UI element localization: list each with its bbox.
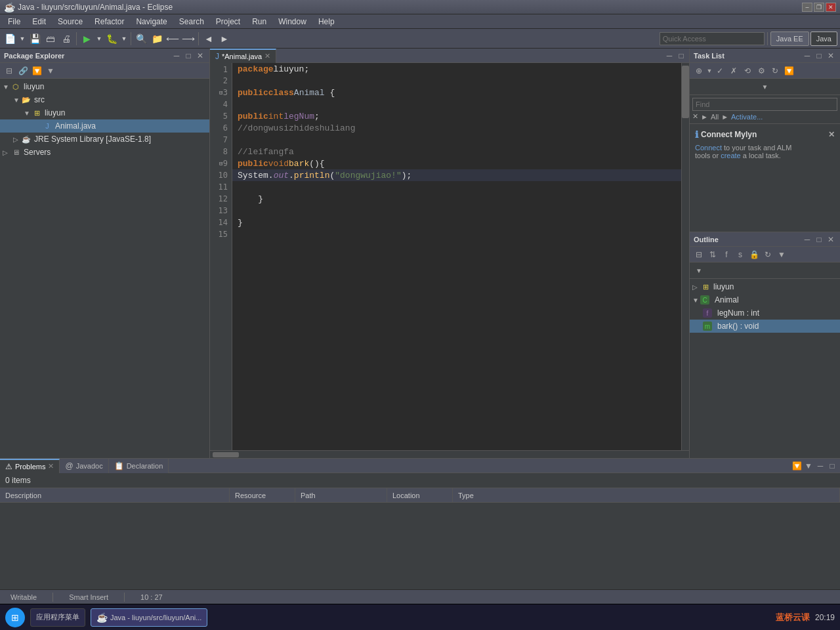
col-description-header[interactable]: Description (0, 488, 230, 502)
bottom-minimize-button[interactable]: ─ (815, 461, 826, 471)
toolbar-last-edit-button[interactable]: ⟵ (165, 32, 180, 46)
activate-task-button[interactable]: ✓ (713, 64, 726, 77)
collapse-all-button[interactable]: ⊟ (3, 64, 16, 77)
toolbar-open-type-button[interactable]: 🔍 (134, 32, 148, 46)
new-task-button[interactable]: ⊕ (692, 64, 705, 77)
tree-item-liuyun-package[interactable]: ▼ ⊞ liuyun (0, 106, 209, 119)
editor-tab-animal[interactable]: J *Animal.java ✕ (210, 49, 276, 63)
bottom-filter-button[interactable]: 🔽 (791, 461, 802, 471)
tree-arrow-src[interactable]: ▼ (13, 96, 21, 104)
tree-arrow-liuyun-project[interactable]: ▼ (3, 83, 10, 91)
outline-view-menu-button[interactable]: ▼ (775, 248, 788, 261)
toolbar-open-resource-button[interactable]: 📁 (150, 32, 164, 46)
tree-arrow-liuyun-package[interactable]: ▼ (24, 110, 32, 117)
col-resource-header[interactable]: Resource (230, 488, 295, 502)
find-clear-button[interactable]: ✕ (692, 112, 698, 121)
problems-tab-close[interactable]: ✕ (48, 462, 54, 471)
menu-file[interactable]: File (3, 16, 26, 28)
perspective-java-ee-button[interactable]: Java EE (770, 32, 809, 46)
editor-tab-close[interactable]: ✕ (264, 52, 270, 60)
editor-hscrollbar[interactable] (210, 450, 689, 458)
task-list-close-button[interactable]: ✕ (826, 51, 836, 61)
outline-item-liuyun[interactable]: ▷ ⊞ liuyun (690, 280, 840, 293)
find-input[interactable] (692, 98, 837, 111)
toolbar-run-dropdown[interactable]: ▼ (95, 32, 103, 46)
task-settings-button[interactable]: ⚙ (755, 64, 768, 77)
toolbar-save-all-button[interactable]: 🗃 (43, 32, 58, 46)
toolbar-run-button[interactable]: ▶ (79, 32, 94, 46)
tree-item-src[interactable]: ▼ 📂 src (0, 93, 209, 106)
editor-maximize-button[interactable]: □ (676, 51, 686, 61)
connect-link[interactable]: Connect (695, 144, 722, 152)
outline-maximize-button[interactable]: □ (814, 234, 824, 245)
outline-hide-nonpublic-button[interactable]: 🔒 (747, 248, 761, 261)
tree-item-animal-java[interactable]: ▷ J Animal.java (0, 119, 209, 133)
view-menu-button[interactable]: ▼ (44, 64, 57, 77)
col-type-header[interactable]: Type (453, 488, 840, 502)
bottom-view-menu-button[interactable]: ▼ (803, 461, 814, 471)
menu-source[interactable]: Source (52, 16, 88, 28)
toolbar-forward-button[interactable]: ► (217, 32, 232, 46)
tree-arrow-servers[interactable]: ▷ (3, 149, 10, 156)
menu-project[interactable]: Project (211, 16, 245, 28)
bottom-maximize-button[interactable]: □ (827, 461, 837, 471)
perspective-java-button[interactable]: Java (810, 32, 837, 46)
menu-search[interactable]: Search (174, 16, 209, 28)
outline-minimize-button[interactable]: ─ (802, 234, 812, 245)
col-location-header[interactable]: Location (387, 488, 453, 502)
code-editor[interactable]: package liuyun; public class Animal { pu… (232, 63, 681, 450)
toolbar-debug-button[interactable]: 🐛 (104, 32, 119, 46)
task-list-maximize-button[interactable]: □ (814, 51, 824, 61)
menu-window[interactable]: Window (273, 16, 312, 28)
tree-arrow-jre[interactable]: ▷ (13, 136, 21, 143)
outline-sort-button[interactable]: ⇅ (706, 248, 719, 261)
scroll-thumb[interactable] (682, 66, 689, 118)
restore-button[interactable]: ❐ (814, 3, 824, 12)
task-filter-button[interactable]: 🔽 (782, 64, 795, 77)
tab-problems[interactable]: ⚠ Problems ✕ (0, 459, 60, 473)
taskbar-eclipse-item[interactable]: ☕ Java - liuyun/src/liuyun/Ani... (91, 608, 207, 627)
quick-access-input[interactable] (660, 32, 765, 45)
task-list-minimize-button[interactable]: ─ (802, 51, 812, 61)
menu-run[interactable]: Run (247, 16, 272, 28)
create-link[interactable]: create (721, 152, 741, 159)
fold-arrow-9[interactable]: ⊟ (219, 160, 222, 167)
tab-declaration[interactable]: 📋 Declaration (109, 459, 169, 473)
editor-vscrollbar[interactable] (681, 63, 689, 450)
activate-btn[interactable]: Activate... (731, 113, 763, 121)
outline-hide-fields-button[interactable]: f (720, 248, 733, 261)
new-task-dropdown[interactable]: ▼ (706, 64, 713, 77)
menu-edit[interactable]: Edit (27, 16, 51, 28)
toolbar-new-button[interactable]: 📄 (3, 32, 17, 46)
tree-item-liuyun-project[interactable]: ▼ ⬡ liuyun (0, 80, 209, 93)
toolbar-print-button[interactable]: 🖨 (59, 32, 74, 46)
taskbar-start-button[interactable]: ⊞ (5, 608, 25, 627)
menu-navigate[interactable]: Navigate (131, 16, 172, 28)
panel-maximize-button[interactable]: □ (183, 51, 194, 61)
menu-help[interactable]: Help (313, 16, 340, 28)
outline-collapse-button[interactable]: ⊟ (692, 248, 705, 261)
deactivate-button[interactable]: ✗ (727, 64, 740, 77)
hscroll-thumb[interactable] (213, 452, 239, 457)
col-path-header[interactable]: Path (295, 488, 387, 502)
toolbar-back-button[interactable]: ◄ (201, 32, 216, 46)
filter-button[interactable]: 🔽 (30, 64, 43, 77)
taskbar-app-menu[interactable]: 应用程序菜单 (30, 608, 85, 627)
menu-refactor[interactable]: Refactor (89, 16, 129, 28)
task-history-button[interactable]: ⟲ (741, 64, 754, 77)
toolbar-debug-dropdown[interactable]: ▼ (120, 32, 128, 46)
tab-javadoc[interactable]: @ Javadoc (60, 459, 108, 473)
outline-sync-button[interactable]: ↻ (761, 248, 774, 261)
minimize-button[interactable]: – (802, 3, 812, 12)
outline-expand-btn[interactable]: ▼ (692, 264, 705, 277)
fold-arrow-3[interactable]: ⊟ (219, 89, 222, 96)
outline-hide-static-button[interactable]: s (734, 248, 747, 261)
outline-item-bark[interactable]: m bark() : void (690, 320, 840, 333)
sync-button[interactable]: ↻ (768, 64, 782, 77)
close-button[interactable]: ✕ (826, 3, 836, 12)
toolbar-next-edit-button[interactable]: ⟶ (181, 32, 196, 46)
panel-close-button[interactable]: ✕ (195, 51, 205, 61)
outline-close-button[interactable]: ✕ (826, 234, 836, 245)
outline-item-legnum[interactable]: f legNum : int (690, 306, 840, 320)
outline-item-animal[interactable]: ▼ C Animal (690, 293, 840, 306)
